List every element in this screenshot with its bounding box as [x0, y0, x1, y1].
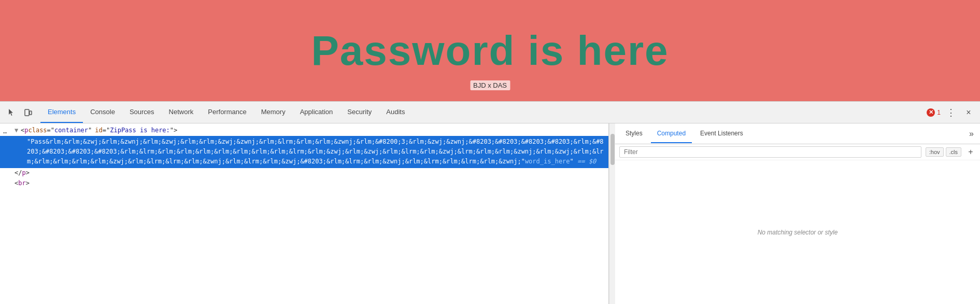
styles-filter-input[interactable]: [619, 146, 921, 158]
expand-arrow[interactable]: ▼: [15, 126, 21, 135]
styles-tabs: Styles Computed Event Listeners »: [615, 123, 980, 144]
page-title: Password is here: [311, 27, 669, 75]
dom-line-text-selected[interactable]: "Pass​​​​&rlm;&rlm;&zwj;​​​​&rlm;​&zwnj;…: [0, 136, 608, 168]
tab-event-listeners[interactable]: Event Listeners: [694, 125, 749, 143]
styles-panel: Styles Computed Event Listeners » :hov .…: [615, 123, 980, 304]
tab-sources[interactable]: Sources: [122, 102, 162, 123]
error-icon: ✕: [927, 108, 935, 117]
devtools-toolbar: Elements Console Sources Network Perform…: [0, 102, 980, 123]
tab-styles[interactable]: Styles: [619, 125, 649, 143]
inspect-icon[interactable]: [4, 105, 19, 120]
devtools-body: ▼ <p class="container" id="ZipPass is he…: [0, 123, 980, 304]
styles-tabs-more[interactable]: »: [967, 127, 976, 141]
styles-content: No matching selector or style: [615, 160, 980, 304]
tab-performance[interactable]: Performance: [201, 102, 253, 123]
error-count: 1: [937, 109, 941, 116]
dom-content: ▼ <p class="container" id="ZipPass is he…: [0, 123, 608, 304]
devtools-panel: Elements Console Sources Network Perform…: [0, 101, 980, 304]
tab-computed[interactable]: Computed: [651, 125, 692, 143]
no-match-text: No matching selector or style: [758, 229, 838, 236]
devtools-menu-button[interactable]: ⋮: [944, 105, 958, 120]
hov-filter-button[interactable]: :hov: [926, 147, 944, 157]
tab-memory[interactable]: Memory: [254, 102, 293, 123]
tab-audits[interactable]: Audits: [379, 102, 412, 123]
cls-filter-button[interactable]: .cls: [946, 147, 962, 157]
devtools-close-button[interactable]: ×: [961, 105, 976, 120]
toolbar-icons: [4, 105, 35, 120]
tab-security[interactable]: Security: [340, 102, 379, 123]
scrollbar-thumb[interactable]: [610, 134, 615, 165]
dom-line-br: <br>: [0, 178, 608, 189]
tab-application[interactable]: Application: [293, 102, 340, 123]
dom-scrollbar[interactable]: [609, 123, 615, 304]
svg-rect-1: [30, 111, 32, 115]
error-badge: ✕ 1: [927, 108, 941, 117]
page-background: Password is here BJD x DAS: [0, 0, 980, 101]
device-toggle-icon[interactable]: [21, 105, 35, 120]
three-dots-indicator: …: [3, 128, 7, 135]
styles-filter-bar: :hov .cls +: [615, 144, 980, 160]
dom-line-p-open: ▼ <p class="container" id="ZipPass is he…: [0, 126, 608, 136]
tab-elements[interactable]: Elements: [40, 102, 83, 123]
tab-network[interactable]: Network: [162, 102, 201, 123]
svg-rect-0: [25, 109, 29, 116]
devtools-tabs: Elements Console Sources Network Perform…: [40, 102, 412, 123]
toolbar-right: ✕ 1 ⋮ ×: [927, 105, 976, 120]
dom-line-p-close: </p>: [0, 168, 608, 178]
tab-console[interactable]: Console: [83, 102, 122, 123]
filter-buttons: :hov .cls: [926, 147, 961, 157]
dom-panel: ▼ <p class="container" id="ZipPass is he…: [0, 123, 609, 304]
bjd-label: BJD x DAS: [470, 80, 510, 90]
add-style-rule-button[interactable]: +: [965, 147, 976, 157]
